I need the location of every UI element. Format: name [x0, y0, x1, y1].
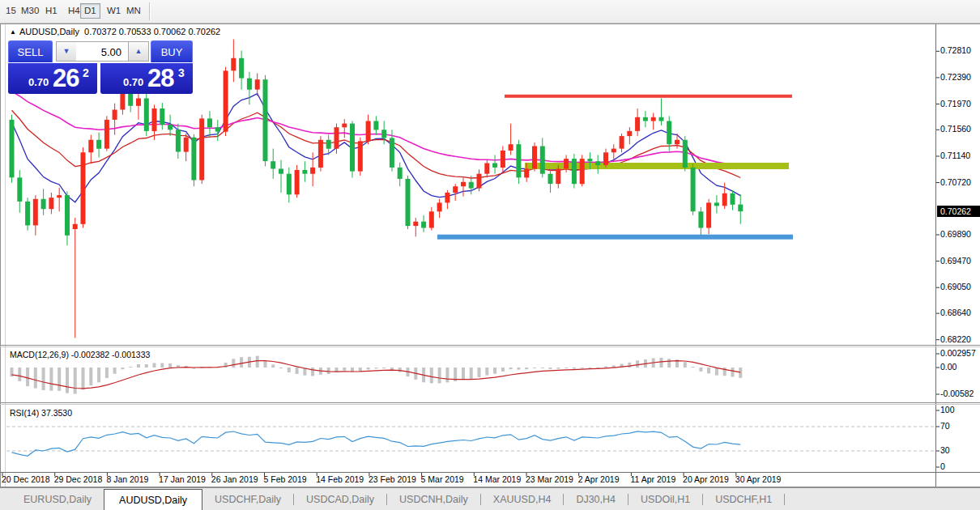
- macd-histogram-bar: [604, 367, 607, 368]
- chart-tab-eurusd-daily[interactable]: EURUSD,Daily: [11, 488, 104, 510]
- buy-button[interactable]: BUY: [151, 40, 193, 62]
- candle-body: [524, 169, 529, 178]
- macd-histogram-bar: [533, 368, 536, 368]
- date-label: 20 Dec 2018: [2, 474, 50, 484]
- macd-histogram-bar: [256, 356, 259, 368]
- buy-price-pips: 28: [147, 64, 173, 93]
- collapse-arrow-icon[interactable]: ▲: [10, 28, 16, 36]
- sell-price-prefix: 0.70: [28, 76, 49, 88]
- candle-body: [667, 121, 671, 145]
- candle-body: [255, 79, 260, 89]
- macd-histogram-bar: [271, 364, 275, 368]
- macd-histogram-bar: [343, 368, 346, 371]
- chart-tab-usdcad-daily[interactable]: USDCAD,Daily: [294, 488, 386, 510]
- price-axis-label: 0.69470: [940, 256, 971, 266]
- candle-body: [651, 117, 656, 121]
- candle-body: [516, 144, 521, 177]
- sell-price-point: 2: [83, 66, 89, 79]
- macd-axis-label: 0.002957: [940, 348, 976, 358]
- chart-window: ▲AUDUSD,Daily 0.70372 0.70533 0.70062 0.…: [0, 23, 980, 487]
- candle-body: [231, 58, 236, 71]
- chart-tab-xauusd-h4[interactable]: XAUUSD,H4: [481, 488, 564, 510]
- resistance-line-red[interactable]: [505, 95, 792, 98]
- volume-increase-button[interactable]: ▲: [128, 41, 149, 62]
- chart-tab-dj30-h4[interactable]: DJ30,H4: [564, 488, 628, 510]
- date-label: 14 Mar 2019: [473, 474, 521, 484]
- support-line-blue[interactable]: [437, 235, 793, 240]
- macd-histogram-bar: [660, 358, 663, 368]
- tab-separator: [784, 494, 785, 505]
- chart-tab-usdoil-h1[interactable]: USDOil,H1: [628, 488, 702, 510]
- buy-price-display[interactable]: 0.70 28 3: [100, 63, 193, 94]
- macd-axis-label: 0.00: [940, 362, 957, 372]
- chart-tab-usdchf-daily[interactable]: USDCHF,Daily: [202, 488, 293, 510]
- macd-histogram-bar: [42, 368, 45, 390]
- candle-body: [564, 159, 569, 168]
- macd-histogram-bar: [707, 368, 710, 373]
- date-label: 5 Feb 2019: [264, 474, 307, 484]
- date-label: 26 Jan 2019: [211, 474, 258, 484]
- candle-body: [73, 224, 78, 229]
- timeframe-button-d1[interactable]: D1: [80, 3, 100, 19]
- macd-histogram-bar: [288, 368, 291, 372]
- macd-histogram-bar: [588, 368, 591, 368]
- macd-histogram-bar: [327, 368, 330, 374]
- chart-tab-usdchf-h1[interactable]: USDCHF,H1: [703, 488, 784, 510]
- candle-body: [738, 205, 743, 212]
- macd-axis-label: -0.00582: [940, 389, 974, 398]
- candle-body: [635, 117, 640, 131]
- candle-body: [10, 120, 15, 177]
- chart-symbol-label: AUDUSD,Daily: [19, 27, 79, 36]
- candle-body: [41, 199, 46, 209]
- candle-body: [627, 131, 632, 136]
- candle-body: [413, 222, 418, 226]
- timeframe-button-15[interactable]: 15: [2, 4, 19, 18]
- date-label: 14 Feb 2019: [316, 474, 364, 484]
- price-axis-label: 0.68640: [940, 308, 971, 317]
- macd-histogram-bar: [89, 368, 92, 385]
- macd-histogram-bar: [517, 368, 520, 370]
- macd-histogram-bar: [18, 368, 21, 381]
- timeframe-button-h1[interactable]: H1: [42, 4, 61, 18]
- price-axis-label: 0.69890: [940, 229, 971, 239]
- timeframe-button-m30[interactable]: M30: [18, 4, 42, 18]
- candle-body: [603, 152, 608, 165]
- macd-histogram-bar: [145, 364, 148, 368]
- timeframe-button-mn[interactable]: MN: [123, 4, 144, 18]
- chart-tab-audusd-daily[interactable]: AUDUSD,Daily: [104, 489, 202, 510]
- candle-body: [176, 130, 181, 151]
- candle-body: [492, 164, 497, 168]
- macd-histogram-bar: [667, 359, 671, 368]
- candle-body: [191, 138, 196, 181]
- candle-body: [611, 149, 616, 153]
- price-axis-label: 0.70720: [940, 177, 971, 187]
- macd-indicator-label: MACD(12,26,9) -0.002382 -0.001333: [10, 350, 150, 359]
- timeframe-button-w1[interactable]: W1: [104, 4, 124, 18]
- candle-body: [698, 211, 703, 227]
- macd-histogram-bar: [367, 368, 370, 370]
- macd-histogram-bar: [153, 363, 156, 368]
- volume-decrease-button[interactable]: ▼: [56, 41, 77, 62]
- candle-body: [17, 177, 22, 202]
- volume-input[interactable]: 5.00: [76, 41, 128, 62]
- macd-histogram-bar: [168, 363, 172, 368]
- candle-body: [57, 195, 62, 198]
- chart-tab-bar: EURUSD,DailyAUDUSD,DailyUSDCHF,DailyUSDC…: [0, 487, 980, 510]
- candle-body: [556, 169, 560, 185]
- sell-price-display[interactable]: 0.70 26 2: [8, 63, 97, 94]
- macd-histogram-bar: [311, 368, 314, 376]
- date-label: 20 Apr 2019: [683, 474, 729, 484]
- timeframe-toolbar: 15M30H1H4D1W1MN: [0, 0, 980, 23]
- rsi-line: [12, 431, 741, 456]
- macd-histogram-bar: [279, 368, 283, 368]
- candle-body: [239, 58, 244, 79]
- macd-histogram-bar: [240, 357, 243, 368]
- chart-tab-usdcnh-daily[interactable]: USDCNH,Daily: [387, 488, 480, 510]
- candle-body: [390, 138, 394, 168]
- candle-body: [168, 125, 173, 130]
- macd-histogram-bar: [113, 368, 117, 374]
- sell-button[interactable]: SELL: [8, 40, 53, 62]
- candle-body: [295, 170, 300, 194]
- macd-histogram-bar: [525, 368, 528, 369]
- candle-body: [184, 138, 189, 152]
